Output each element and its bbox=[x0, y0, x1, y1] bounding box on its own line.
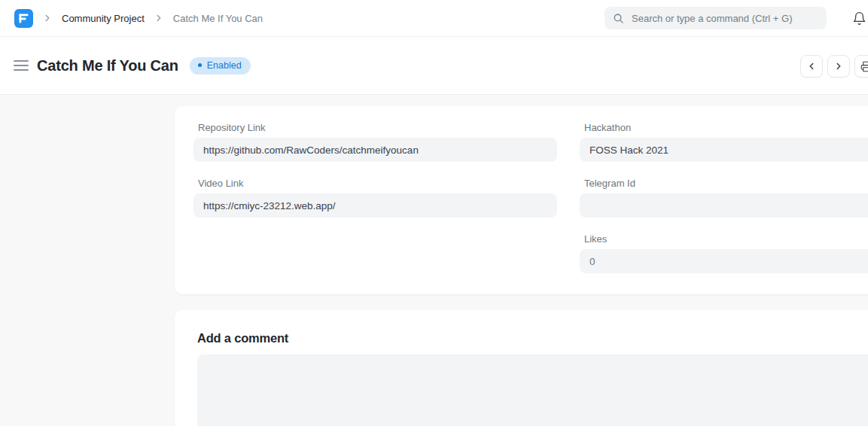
likes-input[interactable] bbox=[580, 249, 868, 273]
breadcrumb-item-current: Catch Me If You Can bbox=[173, 13, 263, 24]
search-input[interactable] bbox=[630, 12, 818, 25]
repository-link-input[interactable] bbox=[193, 138, 557, 162]
prev-document-button[interactable] bbox=[800, 55, 823, 78]
breadcrumb: Community Project Catch Me If You Can bbox=[14, 9, 263, 28]
field-label: Likes bbox=[584, 233, 868, 245]
global-search[interactable] bbox=[605, 7, 827, 29]
status-badge: Enabled bbox=[190, 57, 251, 75]
chevron-right-icon bbox=[154, 13, 164, 23]
navbar-right bbox=[605, 7, 866, 29]
hackathon-input[interactable] bbox=[580, 138, 868, 162]
menu-icon[interactable] bbox=[14, 60, 29, 71]
field-label: Repository Link bbox=[198, 122, 557, 134]
field-likes: Likes bbox=[580, 233, 868, 273]
chevron-right-icon bbox=[42, 13, 53, 23]
next-document-button[interactable] bbox=[827, 55, 850, 78]
field-video-link: Video Link bbox=[193, 178, 557, 218]
page-title: Catch Me If You Can bbox=[37, 57, 178, 75]
field-telegram-id: Telegram Id bbox=[580, 178, 868, 218]
breadcrumb-item-community-project[interactable]: Community Project bbox=[62, 13, 145, 24]
field-label: Video Link bbox=[198, 178, 557, 190]
printer-icon bbox=[860, 61, 868, 72]
form-column-left: Repository Link Video Link bbox=[193, 122, 557, 294]
page-actions bbox=[800, 55, 868, 78]
chevron-right-icon bbox=[833, 61, 844, 72]
bell-icon[interactable] bbox=[851, 11, 866, 26]
telegram-id-input[interactable] bbox=[580, 193, 868, 218]
comment-section-card: Add a comment bbox=[175, 310, 868, 426]
status-label: Enabled bbox=[207, 60, 242, 71]
page-body: Repository Link Video Link Hackathon Tel… bbox=[0, 95, 868, 426]
navbar: Community Project Catch Me If You Can bbox=[0, 0, 868, 37]
print-button[interactable] bbox=[854, 55, 868, 78]
page-head: Catch Me If You Can Enabled bbox=[0, 37, 868, 95]
search-icon bbox=[613, 13, 624, 24]
form-section-card: Repository Link Video Link Hackathon Tel… bbox=[175, 106, 868, 294]
comment-input[interactable] bbox=[197, 354, 868, 426]
status-dot-icon bbox=[198, 63, 202, 67]
frappe-logo-icon[interactable] bbox=[14, 9, 33, 28]
field-label: Hackathon bbox=[584, 122, 868, 134]
form-column-right: Hackathon Telegram Id Likes bbox=[580, 122, 868, 294]
field-repository-link: Repository Link bbox=[193, 122, 557, 162]
add-comment-heading: Add a comment bbox=[197, 331, 868, 345]
chevron-left-icon bbox=[806, 61, 817, 72]
field-label: Telegram Id bbox=[584, 178, 868, 190]
field-hackathon: Hackathon bbox=[580, 122, 868, 162]
frappe-f-glyph bbox=[18, 13, 29, 24]
video-link-input[interactable] bbox=[193, 193, 557, 218]
